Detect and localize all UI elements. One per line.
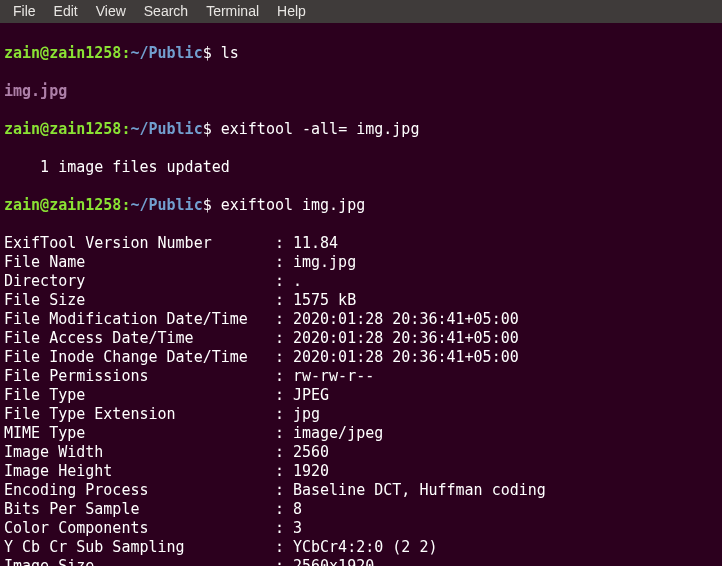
- exif-row: File Inode Change Date/Time: 2020:01:28 …: [4, 348, 718, 367]
- exif-key: Directory: [4, 272, 275, 291]
- exif-row: ExifTool Version Number: 11.84: [4, 234, 718, 253]
- exif-key: File Size: [4, 291, 275, 310]
- menu-help[interactable]: Help: [268, 0, 315, 23]
- exif-row: Image Height: 1920: [4, 462, 718, 481]
- prompt-dollar: $: [203, 196, 212, 214]
- exif-row: File Permissions: rw-rw-r--: [4, 367, 718, 386]
- exif-sep: :: [275, 253, 293, 272]
- prompt-userhost: zain@zain1258: [4, 196, 121, 214]
- exif-key: File Name: [4, 253, 275, 272]
- exif-value: 8: [293, 500, 302, 519]
- exif-value: jpg: [293, 405, 320, 424]
- exif-row: File Name: img.jpg: [4, 253, 718, 272]
- menu-file[interactable]: File: [4, 0, 45, 23]
- exiftool-output: ExifTool Version Number: 11.84File Name:…: [4, 234, 718, 566]
- output-updated: 1 image files updated: [4, 158, 718, 177]
- exif-row: Directory: .: [4, 272, 718, 291]
- exif-value: Baseline DCT, Huffman coding: [293, 481, 546, 500]
- exif-sep: :: [275, 424, 293, 443]
- exif-sep: :: [275, 500, 293, 519]
- exif-row: File Type Extension: jpg: [4, 405, 718, 424]
- exif-value: 2020:01:28 20:36:41+05:00: [293, 329, 519, 348]
- prompt-path: ~/Public: [130, 120, 202, 138]
- prompt-path: ~/Public: [130, 196, 202, 214]
- exif-row: Bits Per Sample: 8: [4, 500, 718, 519]
- exif-value: .: [293, 272, 302, 291]
- exif-key: Color Components: [4, 519, 275, 538]
- exif-sep: :: [275, 234, 293, 253]
- menu-terminal[interactable]: Terminal: [197, 0, 268, 23]
- prompt-line-1: zain@zain1258:~/Public$ ls: [4, 44, 718, 63]
- exif-row: Y Cb Cr Sub Sampling: YCbCr4:2:0 (2 2): [4, 538, 718, 557]
- exif-key: File Access Date/Time: [4, 329, 275, 348]
- exif-value: YCbCr4:2:0 (2 2): [293, 538, 438, 557]
- exif-sep: :: [275, 443, 293, 462]
- menu-edit[interactable]: Edit: [45, 0, 87, 23]
- exif-sep: :: [275, 386, 293, 405]
- exif-sep: :: [275, 519, 293, 538]
- exif-key: Image Width: [4, 443, 275, 462]
- exif-row: File Size: 1575 kB: [4, 291, 718, 310]
- exif-key: Y Cb Cr Sub Sampling: [4, 538, 275, 557]
- exif-sep: :: [275, 538, 293, 557]
- exif-sep: :: [275, 272, 293, 291]
- exif-key: File Inode Change Date/Time: [4, 348, 275, 367]
- exif-sep: :: [275, 481, 293, 500]
- exif-sep: :: [275, 291, 293, 310]
- exif-key: File Modification Date/Time: [4, 310, 275, 329]
- exif-row: File Type: JPEG: [4, 386, 718, 405]
- exif-value: 11.84: [293, 234, 338, 253]
- terminal-area[interactable]: zain@zain1258:~/Public$ ls img.jpg zain@…: [0, 23, 722, 566]
- exif-value: JPEG: [293, 386, 329, 405]
- exif-key: Image Height: [4, 462, 275, 481]
- exif-value: 2560x1920: [293, 557, 374, 566]
- exif-row: File Access Date/Time: 2020:01:28 20:36:…: [4, 329, 718, 348]
- menubar: File Edit View Search Terminal Help: [0, 0, 722, 23]
- exif-value: 2020:01:28 20:36:41+05:00: [293, 348, 519, 367]
- exif-key: Bits Per Sample: [4, 500, 275, 519]
- exif-value: 2560: [293, 443, 329, 462]
- exif-value: 1920: [293, 462, 329, 481]
- exif-row: Image Width: 2560: [4, 443, 718, 462]
- exif-key: File Type Extension: [4, 405, 275, 424]
- menu-search[interactable]: Search: [135, 0, 197, 23]
- command-ls-1: ls: [221, 44, 239, 62]
- command-exiftool-show: exiftool img.jpg: [221, 196, 366, 214]
- exif-sep: :: [275, 405, 293, 424]
- exif-row: File Modification Date/Time: 2020:01:28 …: [4, 310, 718, 329]
- prompt-dollar: $: [203, 44, 212, 62]
- exif-value: rw-rw-r--: [293, 367, 374, 386]
- exif-row: Image Size: 2560x1920: [4, 557, 718, 566]
- exif-key: MIME Type: [4, 424, 275, 443]
- prompt-line-3: zain@zain1258:~/Public$ exiftool img.jpg: [4, 196, 718, 215]
- menu-view[interactable]: View: [87, 0, 135, 23]
- exif-key: File Permissions: [4, 367, 275, 386]
- prompt-dollar: $: [203, 120, 212, 138]
- exif-key: ExifTool Version Number: [4, 234, 275, 253]
- prompt-userhost: zain@zain1258: [4, 44, 121, 62]
- exif-key: Image Size: [4, 557, 275, 566]
- exif-sep: :: [275, 329, 293, 348]
- prompt-path: ~/Public: [130, 44, 202, 62]
- exif-row: Color Components: 3: [4, 519, 718, 538]
- exif-sep: :: [275, 557, 293, 566]
- output-ls-1: img.jpg: [4, 82, 718, 101]
- prompt-userhost: zain@zain1258: [4, 120, 121, 138]
- exif-value: 2020:01:28 20:36:41+05:00: [293, 310, 519, 329]
- exif-value: img.jpg: [293, 253, 356, 272]
- command-exiftool-strip: exiftool -all= img.jpg: [221, 120, 420, 138]
- exif-sep: :: [275, 462, 293, 481]
- file-img-jpg: img.jpg: [4, 82, 67, 100]
- exif-value: 3: [293, 519, 302, 538]
- exif-value: image/jpeg: [293, 424, 383, 443]
- exif-value: 1575 kB: [293, 291, 356, 310]
- exif-sep: :: [275, 348, 293, 367]
- exif-key: File Type: [4, 386, 275, 405]
- exif-row: Encoding Process: Baseline DCT, Huffman …: [4, 481, 718, 500]
- exif-row: MIME Type: image/jpeg: [4, 424, 718, 443]
- exif-key: Encoding Process: [4, 481, 275, 500]
- exif-sep: :: [275, 310, 293, 329]
- prompt-line-2: zain@zain1258:~/Public$ exiftool -all= i…: [4, 120, 718, 139]
- exif-sep: :: [275, 367, 293, 386]
